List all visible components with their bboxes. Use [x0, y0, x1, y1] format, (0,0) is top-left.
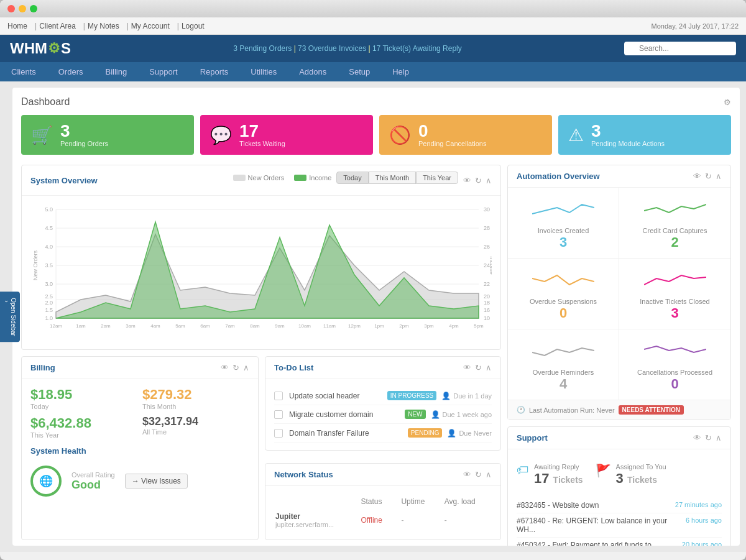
nav-setup[interactable]: Setup — [338, 62, 381, 81]
network-col-load: Avg. load — [440, 495, 490, 508]
svg-text:1.0: 1.0 — [45, 315, 53, 321]
auto-cancellations-processed: Cancellations Processed 0 — [619, 329, 730, 400]
chart-btn-this-month[interactable]: This Month — [369, 172, 416, 184]
todo-badge-1: IN PROGRESS — [387, 391, 436, 400]
nav-utilities[interactable]: Utilities — [239, 62, 288, 81]
view-issues-button[interactable]: → View Issues — [125, 474, 188, 489]
svg-text:30: 30 — [484, 206, 490, 213]
todo-label-1: Update social header — [289, 392, 385, 400]
ban-icon: 🚫 — [389, 125, 411, 145]
auto-visibility-icon[interactable]: 👁 — [693, 172, 701, 181]
ticket-link-3[interactable]: #450342 - Fwd: Payment to add funds to R… — [517, 541, 677, 546]
system-overview-chart: 5.0 4.5 4.0 3.5 3.0 2.5 2.0 1.5 1.0 — [30, 203, 492, 340]
credit-card-captures-chart — [644, 195, 706, 220]
automation-overview-title: Automation Overview — [517, 172, 600, 181]
todo-checkbox-3[interactable] — [274, 429, 283, 438]
svg-text:5pm: 5pm — [474, 323, 484, 329]
search-input[interactable] — [624, 42, 736, 55]
open-sidebar-tab[interactable]: Open Sidebar › — [0, 291, 20, 342]
two-column-layout: System Overview New Orders — [21, 165, 731, 546]
stat-tickets-waiting[interactable]: 💬 17 Tickets Waiting — [200, 115, 373, 155]
visibility-icon[interactable]: 👁 — [463, 176, 471, 185]
support-title: Support — [517, 433, 548, 443]
chart-btn-today[interactable]: Today — [336, 172, 368, 184]
left-column: System Overview New Orders — [21, 165, 501, 546]
dashboard-panel: Dashboard ⚙ 🛒 3 Pending Orders 💬 — [12, 88, 740, 546]
todo-item-1: Update social header IN PROGRESS 👤 Due i… — [274, 387, 492, 405]
pending-module-actions-label: Pending Module Actions — [591, 140, 665, 147]
stat-pending-module-actions[interactable]: ⚠ 3 Pending Module Actions — [558, 115, 731, 155]
support-refresh-icon[interactable]: ↻ — [705, 433, 712, 443]
billing-collapse-icon[interactable]: ∧ — [243, 363, 249, 372]
close-button[interactable] — [7, 5, 15, 12]
nav-logout[interactable]: Logout — [182, 22, 205, 30]
nav-client-area[interactable]: Client Area — [39, 22, 76, 30]
todo-checkbox-1[interactable] — [274, 392, 283, 400]
nav-my-account[interactable]: My Account — [131, 22, 170, 30]
network-server-load: - — [440, 510, 490, 531]
billing-visibility-icon[interactable]: 👁 — [221, 363, 229, 372]
svg-text:12pm: 12pm — [348, 323, 361, 329]
tickets-awaiting-alert[interactable]: 17 Ticket(s) Awaiting Reply — [372, 44, 462, 53]
stat-pending-cancellations[interactable]: 🚫 0 Pending Cancellations — [379, 115, 552, 155]
maximize-button[interactable] — [30, 5, 37, 12]
mac-window: Home | Client Area | My Notes | My Accou… — [0, 0, 746, 560]
header-alerts: 3 Pending Orders | 73 Overdue Invoices |… — [71, 44, 624, 53]
chart-area: 5.0 4.5 4.0 3.5 3.0 2.5 2.0 1.5 1.0 — [30, 203, 492, 342]
nav-home[interactable]: Home — [7, 22, 27, 30]
auto-inactive-tickets: Inactive Tickets Closed 3 — [619, 259, 730, 329]
nav-help[interactable]: Help — [381, 62, 420, 81]
nav-addons[interactable]: Addons — [288, 62, 338, 81]
minimize-button[interactable] — [19, 5, 26, 12]
auto-collapse-icon[interactable]: ∧ — [716, 172, 722, 181]
svg-text:10am: 10am — [298, 323, 311, 329]
support-collapse-icon[interactable]: ∧ — [716, 433, 722, 443]
svg-text:Income: Income — [489, 256, 492, 275]
system-health-title: System Health — [30, 446, 249, 456]
network-collapse-icon[interactable]: ∧ — [486, 470, 492, 479]
auto-overdue-suspensions-value: 0 — [515, 305, 611, 321]
clock-icon: 🕐 — [517, 406, 525, 414]
main-content: Open Sidebar › Dashboard ⚙ 🛒 3 — [0, 81, 746, 552]
site-logo: WHM⚙S — [10, 40, 71, 57]
pending-cancellations-count: 0 — [418, 122, 486, 140]
ticket-link-1[interactable]: #832465 - Website down — [517, 501, 599, 510]
overdue-invoices-alert[interactable]: 73 Overdue Invoices — [298, 44, 366, 53]
svg-text:12am: 12am — [50, 323, 62, 329]
todo-section: To-Do List 👁 ↻ ∧ — [265, 356, 501, 451]
chart-time-buttons: Today This Month This Year — [336, 172, 458, 184]
support-visibility-icon[interactable]: 👁 — [693, 433, 701, 443]
cancellations-processed-chart — [644, 337, 706, 362]
nav-reports[interactable]: Reports — [189, 62, 240, 81]
pending-orders-alert[interactable]: 3 Pending Orders — [233, 44, 292, 53]
network-refresh-icon[interactable]: ↻ — [475, 470, 482, 479]
nav-billing[interactable]: Billing — [94, 62, 138, 81]
ticket-link-2[interactable]: #671840 - Re: URGENT: Low balance in you… — [517, 516, 681, 534]
billing-refresh-icon[interactable]: ↻ — [233, 363, 239, 372]
billing-this-month: $279.32 This Month — [142, 387, 249, 410]
todo-label-2: Migrate customer domain — [289, 410, 402, 419]
support-awaiting-reply: 🏷 Awaiting Reply 17 Tickets — [517, 463, 583, 487]
stat-pending-orders[interactable]: 🛒 3 Pending Orders — [21, 115, 194, 155]
network-col-status: Status — [356, 495, 395, 508]
billing-all-time: $32,317.94 All Time — [142, 415, 249, 439]
awaiting-reply-count: 17 Tickets — [534, 470, 583, 487]
todo-visibility-icon[interactable]: 👁 — [463, 363, 471, 372]
nav-clients[interactable]: Clients — [0, 62, 47, 81]
refresh-icon[interactable]: ↻ — [475, 176, 482, 185]
collapse-icon[interactable]: ∧ — [486, 176, 492, 185]
auto-refresh-icon[interactable]: ↻ — [705, 172, 712, 181]
todo-collapse-icon[interactable]: ∧ — [486, 363, 492, 372]
nav-support[interactable]: Support — [138, 62, 189, 81]
network-server-uptime: - — [396, 510, 438, 531]
dashboard-settings-icon[interactable]: ⚙ — [724, 98, 731, 107]
nav-my-notes[interactable]: My Notes — [88, 22, 119, 30]
nav-orders[interactable]: Orders — [47, 62, 94, 81]
chart-btn-this-year[interactable]: This Year — [416, 172, 458, 184]
svg-text:4am: 4am — [150, 323, 160, 329]
svg-text:4.5: 4.5 — [45, 225, 53, 231]
network-visibility-icon[interactable]: 👁 — [463, 470, 471, 479]
todo-item-3: Domain Transfer Failure PENDING 👤 Due Ne… — [274, 424, 492, 443]
todo-checkbox-2[interactable] — [274, 410, 283, 419]
todo-refresh-icon[interactable]: ↻ — [475, 363, 482, 372]
